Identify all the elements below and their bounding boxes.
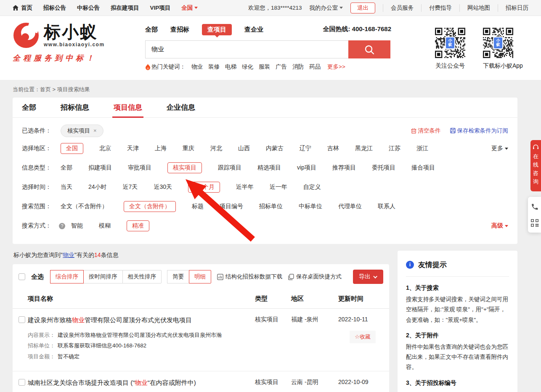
hot-keyword[interactable]: 装修 — [208, 63, 220, 71]
filter-option[interactable]: 近一年 — [270, 183, 287, 191]
filter-option[interactable]: 自定义 — [303, 183, 321, 191]
breadcrumb-home-link[interactable]: 首页 — [40, 86, 51, 93]
filter-option[interactable]: 天津 — [127, 145, 139, 152]
filter-option[interactable]: 吉林 — [327, 145, 339, 152]
clear-conditions-button[interactable]: 清空条件 — [411, 127, 441, 135]
filter-option[interactable]: 北京 — [99, 145, 111, 152]
filter-option[interactable]: 近3个月 — [188, 182, 220, 193]
filter-option[interactable]: 重庆 — [183, 145, 194, 152]
filter-option[interactable]: 审批项目 — [128, 164, 151, 172]
filter-option[interactable]: 标题 — [192, 203, 204, 210]
search-tab[interactable]: 查企业 — [244, 26, 263, 34]
logout-button[interactable]: 退出 — [350, 3, 375, 13]
filter-option[interactable]: 拟建项目 — [88, 164, 112, 172]
filter-option[interactable]: 撮合项目 — [411, 164, 435, 172]
filter-option[interactable]: 上海 — [155, 145, 167, 152]
project-title-link[interactable]: 城南社区龙关综合市场提升改造项目 ("物业"在内容或附件中) — [28, 378, 206, 387]
topbar-nav-item[interactable]: 拟在建项目 — [111, 4, 139, 12]
my-office-menu[interactable]: 我的办公室 — [310, 4, 343, 12]
filter-option[interactable]: 山西 — [238, 145, 250, 152]
export-button[interactable]: 导出 — [353, 270, 383, 284]
filter-option[interactable]: 全部 — [61, 164, 72, 172]
structured-data-download-link[interactable]: 结构化招投标数据下载 — [217, 273, 282, 281]
search-tab[interactable]: 查项目 — [202, 24, 232, 35]
select-all-label[interactable]: 全选 — [31, 273, 44, 281]
filter-option[interactable]: 江苏 — [389, 145, 400, 152]
result-category-tab[interactable]: 项目信息 — [114, 98, 142, 117]
result-category-tab[interactable]: 企业信息 — [167, 98, 195, 117]
row-checkbox[interactable] — [19, 316, 25, 323]
filter-option[interactable]: 模糊 — [99, 222, 111, 230]
hot-keywords-more-link[interactable]: 更多>> — [327, 63, 345, 71]
region-more-link[interactable]: 更多 — [491, 145, 508, 152]
desktop-shortcut-link[interactable]: 保存桌面快捷方式 — [288, 273, 342, 281]
result-category-tab[interactable]: 招标信息 — [61, 98, 89, 117]
keyword-link[interactable]: 物业 — [63, 252, 74, 258]
save-subscription-button[interactable]: 保存检索条件为订阅 — [450, 127, 509, 135]
topbar-link[interactable]: 招标日历 — [498, 4, 528, 12]
filter-option[interactable]: 近30天 — [154, 183, 172, 191]
filter-option[interactable]: 黑龙江 — [355, 145, 373, 152]
filter-option[interactable]: 联系人 — [378, 203, 395, 210]
sort-button[interactable]: 按时间排序 — [83, 270, 123, 283]
hot-keyword[interactable]: 物业 — [191, 63, 203, 71]
filter-option[interactable]: vip项目 — [297, 164, 316, 172]
topbar-nav-item[interactable]: VIP项目 — [150, 4, 171, 12]
filter-option[interactable]: 辽宁 — [300, 145, 311, 152]
project-title-link[interactable]: 建设泉州市致格物业管理有限公司屋顶分布式光伏发电项目 — [28, 315, 202, 324]
search-tab[interactable]: 全部 — [145, 26, 158, 34]
filter-option[interactable]: 代理单位 — [338, 203, 362, 210]
advanced-search-link[interactable]: 高级 — [491, 222, 508, 230]
filter-option[interactable]: 推荐项目 — [332, 164, 356, 172]
site-logo[interactable]: 标小蚁 www.biaoxiaoyi.com 全程服务到中标！ — [13, 22, 130, 63]
topbar-link[interactable]: 网站地图 — [459, 4, 498, 12]
topbar-link[interactable]: 会员服务 — [383, 4, 421, 12]
filter-option[interactable]: 全文（不含附件） — [61, 203, 108, 210]
help-icon[interactable]: ? — [59, 223, 65, 229]
filter-option[interactable]: 全文（含附件） — [124, 201, 176, 212]
topbar-link[interactable]: 付费指导 — [421, 4, 459, 12]
view-button[interactable]: 简要 — [167, 270, 189, 283]
topbar-region-selector[interactable]: 全国 — [181, 4, 198, 12]
filter-option[interactable]: 近7天 — [123, 183, 138, 191]
filter-option[interactable]: 全国 — [61, 143, 83, 154]
filter-option[interactable]: 浙江 — [416, 145, 428, 152]
hot-keyword[interactable]: 服装 — [259, 63, 270, 71]
hot-keyword[interactable]: 绿化 — [242, 63, 253, 71]
favorite-button[interactable]: ☆收藏 — [350, 331, 376, 343]
condition-chip[interactable]: 核实项目 × — [61, 124, 103, 137]
row-checkbox[interactable] — [19, 379, 25, 386]
hot-keyword[interactable]: 广告 — [276, 63, 287, 71]
filter-option[interactable]: 精准 — [127, 220, 149, 231]
filter-option[interactable]: 当天 — [61, 183, 72, 191]
sort-button[interactable]: 综合排序 — [50, 270, 84, 283]
filter-option[interactable]: 招标单位 — [259, 203, 283, 210]
search-tab[interactable]: 查招标 — [170, 26, 189, 34]
search-input[interactable] — [145, 40, 348, 58]
topbar-nav-item[interactable]: 中标公告 — [77, 4, 100, 12]
online-consult-tab[interactable]: 在线咨询 — [530, 140, 541, 191]
select-all-checkbox[interactable] — [19, 273, 25, 280]
filter-option[interactable]: 跟踪项目 — [218, 164, 241, 172]
filter-option[interactable]: 河北 — [210, 145, 222, 152]
result-category-tab[interactable]: 全部 — [22, 98, 36, 117]
hot-keyword[interactable]: 消防 — [292, 63, 304, 71]
filter-option[interactable]: 近半年 — [236, 183, 254, 191]
phone-icon[interactable] — [530, 203, 538, 211]
topbar-nav-item[interactable]: 招标公告 — [43, 4, 66, 12]
view-button[interactable]: 明细 — [189, 270, 211, 283]
hot-keyword[interactable]: 电梯 — [225, 63, 236, 71]
filter-option[interactable]: 核实项目 — [167, 162, 202, 173]
search-button[interactable] — [348, 40, 390, 58]
filter-option[interactable]: 精选项目 — [257, 164, 281, 172]
chip-close-icon[interactable]: × — [93, 127, 97, 134]
filter-option[interactable]: 内蒙古 — [266, 145, 284, 152]
filter-option[interactable]: 委托项目 — [372, 164, 395, 172]
topbar-home-link[interactable]: 首页 — [13, 4, 32, 12]
filter-option[interactable]: 24小时 — [88, 183, 107, 191]
filter-option[interactable]: 项目编号 — [220, 203, 243, 210]
sort-button[interactable]: 相关性排序 — [122, 270, 162, 283]
filter-option[interactable]: 中标单位 — [299, 203, 322, 210]
qr-scan-icon[interactable] — [531, 219, 538, 227]
filter-option[interactable]: 智能 — [71, 222, 83, 230]
